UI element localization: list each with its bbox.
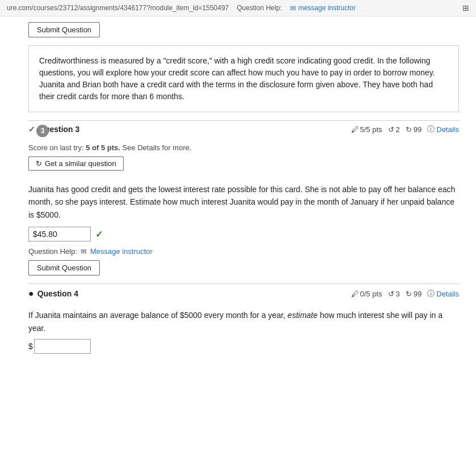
q4-attempts-item: ↻ 99 — [406, 290, 422, 298]
q3-details-label: Details — [436, 125, 459, 134]
q3-attempts-value: 99 — [414, 125, 422, 134]
q4-tries-icon: ↺ — [388, 290, 394, 298]
q4-tries-item: ↺ 3 — [388, 290, 400, 298]
q3-message-instructor-link[interactable]: Message instructor — [90, 247, 153, 256]
q3-submit-wrapper: Submit Question — [28, 260, 459, 275]
envelope-icon-top: ✉ — [290, 4, 296, 12]
info-icon-q3: ⓘ — [427, 124, 435, 134]
q4-answer-input[interactable] — [34, 339, 91, 354]
q3-pts-value: 5/5 pts — [360, 125, 382, 134]
q3-tries-icon: ↺ — [388, 125, 394, 134]
q3-pts-icon: 🖊 — [351, 125, 359, 134]
q3-attempts-icon: ↻ — [406, 125, 412, 134]
message-instructor-top-label: message instructor — [298, 4, 356, 12]
question-3-checkmark: ✓ — [28, 125, 35, 134]
q4-dollar-prefix: $ — [28, 342, 34, 351]
top-bar-left: ure.com/courses/23712/assignments/434617… — [7, 4, 356, 12]
question-help-top: Question Help: — [237, 4, 281, 12]
q3-question-help: Question Help: ✉ Message instructor — [28, 247, 459, 256]
q4-answer-row: $ — [28, 339, 459, 354]
q4-details-link[interactable]: ⓘ Details — [427, 289, 459, 299]
q4-pts-icon: 🖊 — [351, 290, 359, 298]
submit-top-wrapper: Submit Question — [28, 22, 459, 37]
score-bold: 5 of 5 pts. — [86, 143, 120, 152]
main-content: Submit Question Creditworthiness is meas… — [0, 16, 476, 359]
q3-details-link[interactable]: ⓘ Details — [427, 124, 459, 134]
q4-bullet: ● — [28, 289, 34, 299]
q3-answer-row: ✓ — [28, 227, 459, 241]
q3-help-label: Question Help: — [28, 247, 77, 256]
q3-score-info: Score on last try: 5 of 5 pts. See Detai… — [28, 143, 459, 152]
q3-answer-check: ✓ — [95, 229, 103, 240]
question-4-header: ● Question 4 🖊 0/5 pts ↺ 3 ↻ 99 ⓘ Detail… — [28, 283, 459, 303]
q4-details-label: Details — [436, 290, 459, 298]
q4-title: ● Question 4 — [28, 289, 78, 299]
submit-top-button[interactable]: Submit Question — [28, 22, 100, 37]
q3-message-label: Message instructor — [90, 247, 153, 256]
message-instructor-top-link[interactable]: ✉ message instructor — [290, 4, 356, 12]
q4-pts-value: 0/5 pts — [360, 290, 382, 298]
envelope-icon-q3: ✉ — [81, 247, 87, 256]
grid-icon: ⊞ — [462, 3, 469, 12]
q3-submit-button[interactable]: Submit Question — [28, 260, 100, 275]
q3-attempts-item: ↻ 99 — [406, 125, 422, 134]
passage-box: Creditworthiness is measured by a "credi… — [28, 45, 459, 112]
url-text: ure.com/courses/23712/assignments/434617… — [7, 4, 229, 12]
q4-attempts-icon: ↻ — [406, 290, 412, 298]
top-bar: ure.com/courses/23712/assignments/434617… — [0, 0, 476, 16]
q3-tries-value: 2 — [396, 125, 400, 134]
question-3-meta: 🖊 5/5 pts ↺ 2 ↻ 99 ⓘ Details — [351, 124, 459, 134]
q4-meta: 🖊 0/5 pts ↺ 3 ↻ 99 ⓘ Details — [351, 289, 459, 299]
q4-pts-item: 🖊 0/5 pts — [351, 290, 382, 298]
q3-pts-item: 🖊 5/5 pts — [351, 125, 382, 134]
score-see: See Details for more. — [122, 143, 191, 152]
passage-text: Creditworthiness is measured by a "credi… — [39, 56, 435, 101]
q4-label: Question 4 — [37, 289, 78, 298]
q4-body: If Juanita maintains an average balance … — [28, 309, 459, 334]
q3-answer-input[interactable] — [28, 227, 91, 241]
similar-icon: ↻ — [36, 159, 42, 168]
question-number-badge: 3 — [36, 125, 49, 137]
q4-body-italic: estimate — [288, 311, 318, 320]
similar-question-button[interactable]: ↻ Get a similar question — [28, 156, 124, 171]
q3-body-text: Juanita has good credit and gets the low… — [28, 185, 455, 219]
q4-tries-value: 3 — [396, 290, 400, 298]
q4-body-part1: If Juanita maintains an average balance … — [28, 311, 285, 320]
question-3-block: 3 ✓ Question 3 🖊 5/5 pts ↺ 2 ↻ 99 — [28, 120, 459, 275]
score-text: Score on last try: — [28, 143, 84, 152]
similar-label: Get a similar question — [45, 159, 116, 168]
q3-tries-item: ↺ 2 — [388, 125, 400, 134]
info-icon-q4: ⓘ — [427, 289, 435, 299]
question-3-header: ✓ Question 3 🖊 5/5 pts ↺ 2 ↻ 99 ⓘ — [28, 120, 459, 138]
q4-attempts-value: 99 — [414, 290, 422, 298]
q3-body: Juanita has good credit and gets the low… — [28, 183, 459, 221]
